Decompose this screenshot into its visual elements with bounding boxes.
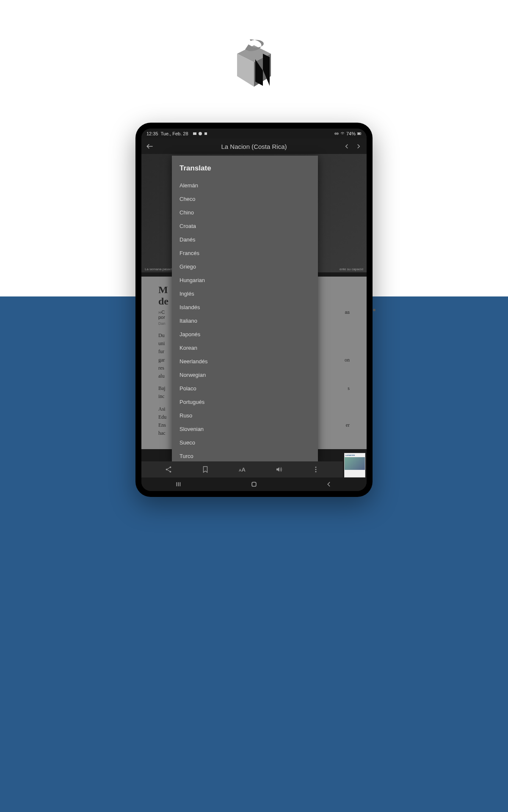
svg-point-14 bbox=[315, 471, 317, 472]
status-right: 74% bbox=[334, 131, 362, 136]
language-item[interactable]: Japonés bbox=[179, 327, 310, 341]
article-image-caption-left: La semana pasad bbox=[145, 267, 172, 271]
language-item[interactable]: Ruso bbox=[179, 409, 310, 422]
thumb-masthead: LA NACION bbox=[345, 453, 365, 457]
language-item[interactable]: Croata bbox=[179, 219, 310, 233]
back-button[interactable] bbox=[325, 480, 333, 488]
status-notification-icons bbox=[193, 132, 208, 136]
language-item[interactable]: Slovenian bbox=[179, 422, 310, 436]
language-item[interactable]: Checo bbox=[179, 192, 310, 206]
language-item[interactable]: Chino bbox=[179, 206, 310, 219]
language-item[interactable]: Italiano bbox=[179, 314, 310, 327]
status-bar: 12:35 Tue., Feb. 28 74% bbox=[141, 129, 367, 139]
app-logo-3d bbox=[222, 32, 286, 95]
share-icon[interactable] bbox=[165, 466, 172, 473]
language-list: Alemán Checo Chino Croata Danés Francés … bbox=[179, 178, 310, 462]
svg-point-9 bbox=[169, 466, 171, 468]
language-item[interactable]: Korean bbox=[179, 341, 310, 354]
language-item[interactable]: Francés bbox=[179, 246, 310, 260]
language-item[interactable]: Turco bbox=[179, 449, 310, 462]
language-item[interactable]: Portugués bbox=[179, 395, 310, 409]
header-nav-arrows bbox=[343, 143, 362, 150]
language-item[interactable]: Inglés bbox=[179, 287, 310, 300]
svg-point-4 bbox=[199, 132, 202, 135]
svg-rect-15 bbox=[176, 482, 177, 486]
translate-modal: Translate Alemán Checo Chino Croata Dané… bbox=[172, 156, 318, 462]
article-image-caption-right: ente su capacid bbox=[340, 267, 363, 271]
battery-percent: 74% bbox=[346, 131, 356, 136]
back-arrow-icon[interactable] bbox=[146, 142, 154, 151]
home-button[interactable] bbox=[250, 480, 258, 488]
language-item[interactable]: Norwegian bbox=[179, 368, 310, 381]
svg-point-13 bbox=[315, 469, 317, 470]
language-item[interactable]: Hungarian bbox=[179, 273, 310, 287]
bookmark-icon[interactable] bbox=[202, 466, 209, 473]
tablet-screen: 12:35 Tue., Feb. 28 74% La Nacion (Costa bbox=[141, 129, 367, 491]
more-vertical-icon[interactable] bbox=[312, 466, 320, 473]
app-title: La Nacion (Costa Rica) bbox=[221, 143, 287, 150]
translate-modal-title: Translate bbox=[179, 164, 310, 173]
chevron-left-icon[interactable] bbox=[343, 143, 351, 150]
svg-point-10 bbox=[166, 469, 167, 470]
recents-button[interactable] bbox=[175, 480, 183, 488]
svg-rect-16 bbox=[178, 482, 179, 486]
language-item[interactable]: Griego bbox=[179, 260, 310, 273]
language-item[interactable]: Danés bbox=[179, 233, 310, 246]
thumb-image bbox=[345, 457, 365, 470]
tablet-camera bbox=[373, 309, 375, 311]
svg-rect-7 bbox=[358, 133, 360, 134]
tablet-device-frame: 12:35 Tue., Feb. 28 74% La Nacion (Costa bbox=[135, 123, 373, 497]
language-item[interactable]: Neerlandés bbox=[179, 354, 310, 368]
svg-rect-5 bbox=[204, 132, 207, 135]
svg-point-12 bbox=[315, 466, 317, 468]
audio-icon[interactable] bbox=[275, 466, 283, 473]
wifi-icon bbox=[340, 132, 345, 136]
language-item[interactable]: Polaco bbox=[179, 381, 310, 395]
svg-rect-17 bbox=[179, 482, 180, 486]
svg-rect-8 bbox=[361, 133, 361, 134]
svg-rect-3 bbox=[193, 132, 196, 135]
status-left: 12:35 Tue., Feb. 28 bbox=[146, 131, 208, 136]
language-item[interactable]: Islandés bbox=[179, 300, 310, 314]
language-item[interactable]: Sueco bbox=[179, 436, 310, 449]
status-date: Tue., Feb. 28 bbox=[161, 131, 188, 136]
svg-point-11 bbox=[169, 471, 171, 472]
vibrate-icon bbox=[334, 132, 339, 136]
status-time: 12:35 bbox=[146, 131, 158, 136]
newspaper-page-thumbnail[interactable]: LA NACION bbox=[344, 453, 365, 477]
app-header: La Nacion (Costa Rica) bbox=[141, 139, 367, 154]
font-size-icon[interactable]: AAAA bbox=[239, 466, 246, 473]
language-item[interactable]: Alemán bbox=[179, 178, 310, 192]
android-nav-bar bbox=[141, 477, 367, 491]
battery-icon bbox=[357, 132, 362, 136]
reader-toolbar: AAAA bbox=[141, 461, 343, 477]
chevron-right-icon[interactable] bbox=[355, 143, 362, 150]
svg-rect-18 bbox=[252, 482, 256, 486]
